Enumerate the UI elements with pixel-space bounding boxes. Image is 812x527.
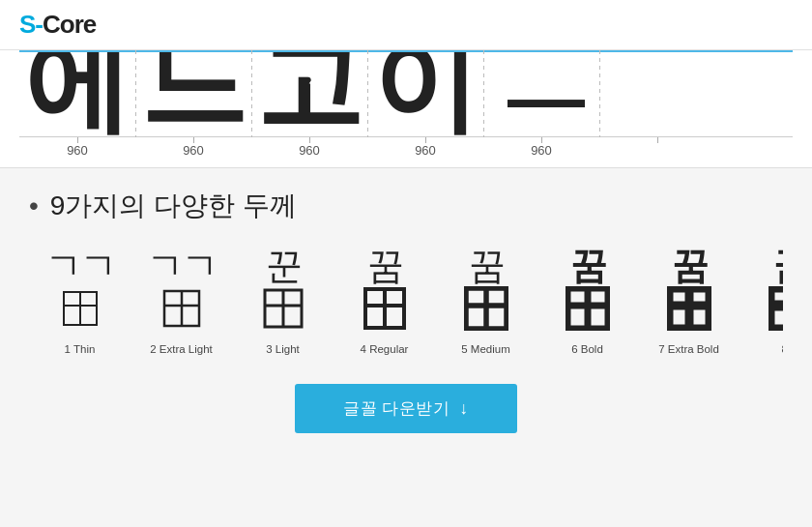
weight-top-thin: ㄱㄱ	[45, 248, 115, 284]
weight-bottom-medium	[464, 286, 508, 337]
weight-label-thin: 1 Thin	[65, 343, 96, 355]
weight-bottom-extralight	[160, 286, 204, 337]
weight-chars-heavy: 꿈	[768, 248, 784, 343]
weight-label-extralight: 2 Extra Light	[150, 343, 213, 355]
weight-top-heavy: 꿈	[773, 248, 784, 284]
large-char-3: 고	[251, 50, 367, 136]
weight-label-regular: 4 Regular	[361, 343, 409, 355]
bullet-text: 9가지의 다양한 두께	[50, 188, 297, 224]
ruler-cell-3: 960	[251, 143, 367, 158]
weight-chars-regular: 꿈	[362, 248, 407, 343]
weight-chars-medium: 꿈	[464, 248, 508, 343]
weight-bottom-extrabold	[667, 286, 711, 337]
weight-label-heavy: 8 H	[782, 343, 783, 355]
extralight-char-svg	[160, 286, 204, 331]
weight-label-bold: 6 Bold	[571, 343, 603, 355]
weight-top-extrabold: 꿈	[672, 248, 707, 284]
weight-bottom-regular	[362, 286, 407, 337]
header: S-Core	[0, 0, 812, 50]
weight-item-heavy: 꿈 8 H	[740, 248, 783, 355]
weight-chars-thin: ㄱㄱ	[45, 248, 115, 343]
weight-label-light: 3 Light	[266, 343, 300, 355]
regular-char-svg	[362, 286, 407, 331]
weight-top-bold: 꿈	[570, 248, 605, 284]
weight-item-extrabold: 꿈 7 Extra Bold	[638, 248, 740, 355]
download-button[interactable]: 글꼴 다운받기 ↓	[295, 384, 517, 433]
main-content: • 9가지의 다양한 두께 ㄱㄱ 1 Thin ㄱㄱ	[0, 168, 812, 453]
thin-char-svg	[58, 286, 102, 331]
ruler-cell-4: 960	[367, 143, 483, 158]
weight-item-medium: 꿈 5 Medium	[435, 248, 536, 355]
weight-chars-extrabold: 꿈	[667, 248, 711, 343]
weight-item-bold: 꿈 6 Bold	[536, 248, 638, 355]
download-arrow-icon: ↓	[459, 398, 469, 419]
ruler-cell-6	[599, 143, 715, 158]
weight-top-extralight: ㄱㄱ	[147, 248, 217, 284]
weight-bottom-bold	[566, 286, 610, 337]
weight-item-light: 꾼 3 Light	[232, 248, 334, 355]
download-section: 글꼴 다운받기 ↓	[29, 384, 783, 433]
weight-label-extrabold: 7 Extra Bold	[658, 343, 719, 355]
bullet-dot: •	[29, 190, 39, 221]
weight-chars-extralight: ㄱㄱ	[147, 248, 217, 343]
bullet-heading: • 9가지의 다양한 두께	[29, 188, 783, 224]
large-char-1: 에	[19, 50, 135, 136]
weight-label-medium: 5 Medium	[461, 343, 510, 355]
heavy-char-svg	[768, 286, 784, 331]
medium-char-svg	[464, 286, 508, 331]
large-char-4: 이	[367, 50, 483, 136]
weight-bottom-heavy	[768, 286, 784, 337]
bold-char-svg	[566, 286, 610, 331]
download-label: 글꼴 다운받기	[343, 397, 450, 420]
weight-item-thin: ㄱㄱ 1 Thin	[29, 248, 130, 355]
weight-bottom-thin	[58, 286, 102, 337]
weight-chars-bold: 꿈	[566, 248, 610, 343]
top-section: 에 느 고 이 — X 960 960 960 960 960	[0, 50, 812, 168]
ruler-cell-5: 960	[483, 143, 599, 158]
weight-item-extralight: ㄱㄱ 2 Extra Light	[130, 248, 232, 355]
logo: S-Core	[19, 10, 96, 40]
weight-chars-light: 꾼	[261, 248, 305, 343]
extrabold-char-svg	[667, 286, 711, 331]
weight-top-regular: 꿈	[367, 248, 402, 284]
weights-section: ㄱㄱ 1 Thin ㄱㄱ	[29, 248, 783, 355]
light-char-svg	[261, 286, 305, 331]
large-char-2: 느	[135, 50, 251, 136]
weight-top-light: 꾼	[266, 248, 301, 284]
ruler-cell-1: 960	[19, 143, 135, 158]
ruler-row: 960 960 960 960 960	[19, 137, 793, 167]
weight-item-regular: 꿈 4 Regular	[334, 248, 435, 355]
weight-bottom-light	[261, 286, 305, 337]
weight-top-medium: 꿈	[469, 248, 504, 284]
ruler-cell-2: 960	[135, 143, 251, 158]
large-char-5: —	[483, 59, 599, 136]
